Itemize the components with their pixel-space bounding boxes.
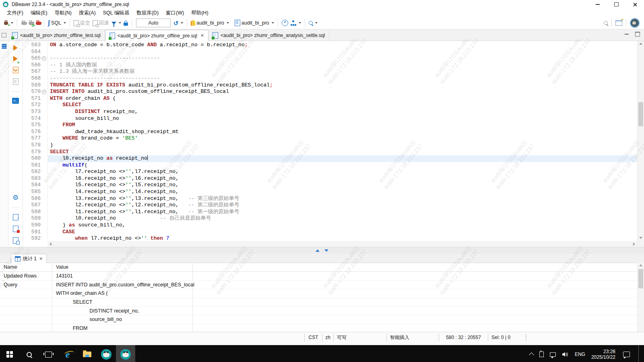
tasks-button[interactable] xyxy=(289,21,297,26)
menu-item-1[interactable]: 编辑(E) xyxy=(27,10,51,16)
minimize-button[interactable] xyxy=(588,0,607,9)
dashboard-button[interactable] xyxy=(281,20,289,26)
action-center-icon[interactable] xyxy=(623,352,630,357)
show-desktop-button[interactable] xyxy=(638,345,641,362)
code-line[interactable]: 576 dwd_trade_hkaudit_shop_receipt_mt xyxy=(23,129,637,136)
editor-horizontal-scrollbar[interactable] xyxy=(47,241,637,247)
new-connection-dropdown[interactable] xyxy=(11,22,13,24)
code-editor[interactable]: 563ON a.store_code = b.store_code AND a.… xyxy=(23,41,637,247)
restore-icon[interactable] xyxy=(2,33,6,37)
column-header-value[interactable]: Value xyxy=(52,263,193,272)
editor-tab-0[interactable]: <audit_bi_pro> zhumr_offline_test.sql xyxy=(8,30,105,41)
results-vertical-scrollbar[interactable] xyxy=(637,263,644,332)
scroll-up-icon[interactable] xyxy=(639,264,642,266)
network-icon[interactable] xyxy=(550,352,556,357)
transaction-log-dropdown[interactable] xyxy=(181,22,183,24)
scrollbar-thumb[interactable] xyxy=(638,102,643,126)
results-row-0[interactable]: Updated Rows143101 xyxy=(0,272,638,281)
taskbar-search-button[interactable] xyxy=(19,345,39,362)
dbeaver-active-taskbar-button[interactable] xyxy=(116,345,135,362)
settings-gear-icon[interactable]: ⚙ xyxy=(12,195,19,201)
code-line[interactable]: 588 l1.receipt_no <>'',l1.receipt_no, --… xyxy=(23,209,637,216)
code-line[interactable]: 569TRUNCATE TABLE IF EXISTS audit_bi_pro… xyxy=(23,82,637,89)
quick-search-button[interactable] xyxy=(603,21,609,25)
code-line[interactable]: 578) xyxy=(23,142,637,149)
code-line[interactable]: 591 CASE xyxy=(23,229,637,236)
code-line[interactable]: 590 ) as source_bill_no, xyxy=(23,222,637,229)
results-row-2[interactable]: WITH order_chain AS ( xyxy=(0,289,638,298)
task-view-button[interactable] xyxy=(39,345,58,362)
tab-close-icon[interactable]: ✕ xyxy=(39,256,43,261)
fold-collapse-icon[interactable] xyxy=(42,56,46,61)
open-perspective-button[interactable] xyxy=(614,20,623,26)
execute-script-button[interactable] xyxy=(13,67,19,73)
column-header-name[interactable]: Name xyxy=(0,263,52,272)
statistics-tab[interactable]: 统计 1 ✕ xyxy=(11,254,47,263)
splitter-down-icon[interactable] xyxy=(324,249,328,252)
editor-tab-1[interactable]: <audit_bi_pro> zhumr_offline_pre.sql✕ xyxy=(105,30,208,41)
sql-console-button[interactable]: >_ xyxy=(12,98,19,104)
taskbar-clock[interactable]: 23:26 2025/10/22 xyxy=(591,349,615,360)
code-line[interactable]: 566-- 1 插入国内数据 xyxy=(23,62,637,69)
code-line[interactable]: 584 l5.receipt_no <>'',l5.receipt_no, xyxy=(23,182,637,189)
file-error-icon[interactable] xyxy=(13,226,19,232)
menu-item-0[interactable]: 文件(F) xyxy=(3,10,27,16)
execute-new-tab-button[interactable]: + xyxy=(13,56,18,62)
scroll-right-icon[interactable] xyxy=(633,243,635,246)
menu-item-3[interactable]: 搜索(A) xyxy=(75,10,99,16)
code-line[interactable]: 571WITH order_chain AS ( xyxy=(23,95,637,102)
code-line[interactable]: 572 SELECT xyxy=(23,102,637,109)
code-line[interactable]: 583 l6.receipt_no <>'',l6.receipt_no, xyxy=(23,175,637,182)
search-button[interactable] xyxy=(308,21,314,25)
code-line[interactable]: 580 l0.receipt_no as receipt_no xyxy=(23,155,637,162)
code-line[interactable]: 563ON a.store_code = b.store_code AND a.… xyxy=(23,42,637,49)
menu-item-4[interactable]: SQL 编辑器 xyxy=(99,10,133,16)
execute-statement-button[interactable] xyxy=(13,45,18,51)
database-navigator-icon[interactable] xyxy=(2,44,7,49)
transaction-mode-dropdown[interactable] xyxy=(119,22,121,24)
menu-item-2[interactable]: 导航(N) xyxy=(51,10,75,16)
speaker-icon[interactable] xyxy=(562,352,569,357)
menu-item-5[interactable]: 数据库(D) xyxy=(133,10,162,16)
connect-button[interactable] xyxy=(20,20,27,26)
schema-selector[interactable]: audit_bi_pro xyxy=(233,20,270,26)
maximize-button[interactable] xyxy=(607,0,625,9)
lock-button[interactable] xyxy=(122,21,129,26)
transaction-mode-button[interactable] xyxy=(110,22,118,25)
minimize-view-icon[interactable] xyxy=(625,34,629,35)
editor-tab-2[interactable]: <audit_bi_pro> zhumr_offline_analysis_se… xyxy=(208,30,329,41)
connection-selector[interactable]: audit_bi_pro xyxy=(190,20,225,26)
file-save-icon[interactable] xyxy=(13,237,19,244)
results-row-6[interactable]: FROM xyxy=(0,324,638,332)
language-indicator[interactable]: ENG xyxy=(575,352,585,357)
tab-close-icon[interactable]: ✕ xyxy=(200,33,204,38)
scroll-left-icon[interactable] xyxy=(50,243,52,246)
menu-item-6[interactable]: 窗口(W) xyxy=(162,10,188,16)
internet-explorer-button[interactable]: e xyxy=(58,345,77,362)
code-line[interactable]: 577 WHERE brand_code = 'BES' xyxy=(23,135,637,142)
file-explorer-button[interactable] xyxy=(77,345,97,362)
results-row-1[interactable]: QueryINSERT INTO audit_bi_pro.custom_off… xyxy=(0,281,638,290)
code-line[interactable]: 582 l7.receipt_no <>'',l7.receipt_no, xyxy=(23,169,637,175)
commit-mode-combo[interactable]: Auto xyxy=(136,19,171,27)
results-row-3[interactable]: SELECT xyxy=(0,298,638,307)
rollback-button[interactable]: 回滚 xyxy=(91,20,110,27)
close-button[interactable] xyxy=(625,0,644,9)
explain-plan-button[interactable] xyxy=(13,78,19,85)
transaction-log-button[interactable]: ↺ xyxy=(172,20,180,26)
code-line[interactable]: 585 l4.receipt_no <>'',l4.receipt_no, xyxy=(23,189,637,195)
statusbar-grip[interactable] xyxy=(526,335,530,340)
connection-selector-dropdown[interactable] xyxy=(227,22,229,24)
dbeaver-perspective-button[interactable] xyxy=(629,18,641,28)
results-row-4[interactable]: DISTINCT receipt_no, xyxy=(0,306,638,315)
scroll-up-icon[interactable] xyxy=(639,43,642,45)
editor-results-splitter[interactable] xyxy=(0,247,644,254)
editor-vertical-scrollbar[interactable] xyxy=(637,41,644,247)
code-line[interactable]: 564 xyxy=(23,49,637,56)
schema-selector-dropdown[interactable] xyxy=(272,22,274,24)
code-line[interactable]: 568----------------------------------- xyxy=(23,75,637,82)
code-line[interactable]: 589 l0.receipt_no -- 自己就是原始单号 xyxy=(23,215,637,222)
code-line[interactable]: 575 FROM xyxy=(23,122,637,129)
code-line[interactable]: 586 l3.receipt_no <>'',l3.receipt_no, --… xyxy=(23,195,637,202)
code-line[interactable]: 565----------------------------------- xyxy=(23,55,637,62)
